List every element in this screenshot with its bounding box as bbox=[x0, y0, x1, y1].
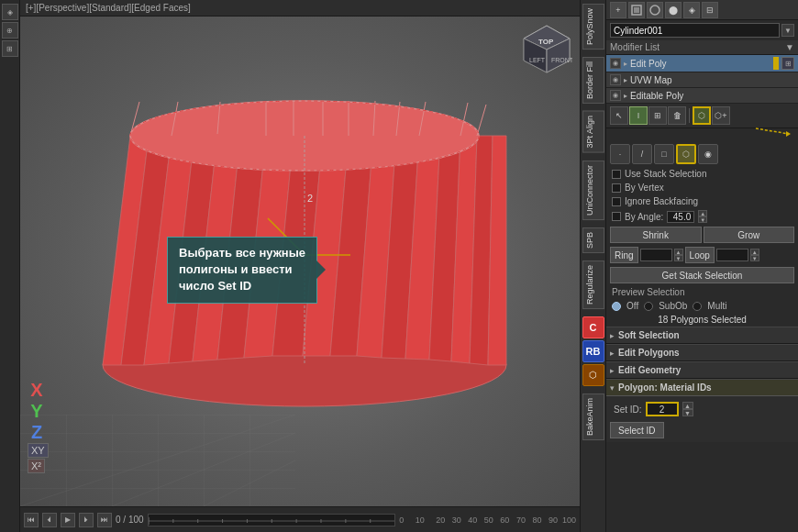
set-id-up[interactable]: ▲ bbox=[682, 402, 693, 409]
soft-sel-title: Soft Selection bbox=[618, 330, 680, 340]
loop-dn[interactable]: ▼ bbox=[750, 255, 759, 261]
modifier-eye-1[interactable]: ◉ bbox=[610, 58, 621, 69]
tool-move[interactable]: I bbox=[629, 106, 648, 125]
edit-geom-arrow: ▸ bbox=[610, 366, 615, 375]
ring-input[interactable] bbox=[640, 249, 672, 261]
svg-line-39 bbox=[477, 105, 486, 136]
callout-tooltip: Выбрать все нужные полигоны и ввести чис… bbox=[167, 237, 317, 304]
object-name-input[interactable] bbox=[610, 23, 780, 38]
plugin-icon-3[interactable]: ⬡ bbox=[582, 364, 604, 386]
toolbar-icon-plus[interactable]: + bbox=[610, 2, 626, 18]
sub-polygon[interactable]: ⬡ bbox=[676, 144, 696, 164]
svg-text:LEFT: LEFT bbox=[529, 57, 546, 63]
tool-extra1[interactable]: ⊞ bbox=[648, 106, 667, 125]
use-stack-checkbox[interactable] bbox=[612, 170, 621, 179]
axis-xy-btn[interactable]: XY bbox=[28, 443, 49, 458]
axis-x-label[interactable]: X bbox=[28, 380, 46, 400]
border-fill-btn[interactable]: Border Fill bbox=[582, 57, 604, 104]
soft-sel-arrow: ▸ bbox=[610, 331, 615, 340]
ring-btn[interactable]: Ring bbox=[610, 247, 638, 263]
viewport-area: [+][Perspective][Standard][Edged Faces] bbox=[20, 0, 580, 532]
object-name-btn[interactable]: ▼ bbox=[781, 24, 794, 37]
modifier-editable-poly[interactable]: ◉ ▸ Editable Poly bbox=[606, 88, 798, 104]
by-angle-up[interactable]: ▲ bbox=[698, 210, 707, 216]
left-tool-1[interactable]: ◈ bbox=[2, 4, 18, 20]
callout-line1: Выбрать все нужные bbox=[179, 245, 305, 261]
modifier-eye-3[interactable]: ◉ bbox=[610, 90, 621, 101]
sub-border[interactable]: □ bbox=[654, 144, 674, 164]
modifier-highlight-1 bbox=[773, 57, 779, 70]
plugin-icon-1[interactable]: C bbox=[582, 316, 604, 338]
edit-geometry-header[interactable]: ▸ Edit Geometry bbox=[606, 361, 798, 379]
viewport-canvas[interactable]: 2 TOP LEFT FRONT bbox=[20, 17, 580, 506]
toolbar-icon-5[interactable]: ⊟ bbox=[702, 2, 718, 18]
poly-mat-arrow: ▾ bbox=[610, 383, 615, 393]
timeline-ticks: 0 10 20 30 40 50 60 70 80 90 100 bbox=[399, 515, 576, 525]
loop-input[interactable] bbox=[716, 249, 748, 261]
set-id-input[interactable] bbox=[646, 402, 679, 416]
svg-marker-70 bbox=[786, 131, 791, 137]
left-tool-3[interactable]: ⊞ bbox=[2, 40, 18, 57]
object-name-row: ▼ bbox=[606, 20, 798, 40]
ignore-backfacing-checkbox[interactable] bbox=[612, 197, 621, 206]
tool-extra3[interactable]: ⬡+ bbox=[712, 106, 730, 125]
timeline-track[interactable] bbox=[148, 514, 396, 526]
callout-line2: полигоны и ввести bbox=[179, 261, 305, 278]
tool-extra2[interactable]: 🗑 bbox=[668, 106, 686, 125]
soft-selection-header[interactable]: ▸ Soft Selection bbox=[606, 327, 798, 344]
regularize-btn[interactable]: Regularize bbox=[582, 260, 604, 309]
by-angle-dn[interactable]: ▼ bbox=[698, 216, 707, 223]
toolbar-icon-1[interactable] bbox=[628, 2, 645, 18]
set-id-row: Set ID: ▲ ▼ bbox=[610, 400, 794, 418]
sub-edge[interactable]: / bbox=[632, 144, 652, 164]
modifier-edit-poly[interactable]: ◉ ▸ Edit Poly ⊞ bbox=[606, 55, 798, 72]
shrink-btn[interactable]: Shrink bbox=[610, 227, 702, 243]
timeline-play-btn[interactable]: ▶ bbox=[61, 513, 75, 527]
ignore-backfacing-row: Ignore Backfacing bbox=[606, 194, 798, 208]
ignore-backfacing-label: Ignore Backfacing bbox=[625, 196, 698, 206]
tool-polygon[interactable]: ⬡ bbox=[693, 106, 711, 125]
modifier-uvw-map[interactable]: ◉ ▸ UVW Map bbox=[606, 72, 798, 88]
radio-multi[interactable] bbox=[693, 302, 702, 311]
sub-vertex[interactable]: · bbox=[610, 144, 630, 164]
uni-connector-btn[interactable]: UniConnector bbox=[582, 161, 604, 220]
tool-cursor[interactable]: ↖ bbox=[610, 106, 628, 125]
axis-xp-btn[interactable]: X² bbox=[28, 459, 45, 473]
modifier-options-1[interactable]: ⊞ bbox=[781, 57, 794, 70]
toolbar-icon-2[interactable] bbox=[647, 2, 663, 18]
grow-btn[interactable]: Grow bbox=[704, 227, 795, 243]
by-angle-row: By Angle: 45.0 ▲ ▼ bbox=[606, 208, 798, 225]
radio-off[interactable] bbox=[612, 302, 621, 311]
by-vertex-checkbox[interactable] bbox=[612, 183, 621, 193]
spb-btn[interactable]: SPB bbox=[582, 227, 604, 253]
get-stack-btn[interactable]: Get Stack Selection bbox=[610, 267, 794, 283]
loop-btn[interactable]: Loop bbox=[685, 247, 715, 263]
loop-up[interactable]: ▲ bbox=[750, 249, 759, 255]
edit-polygons-header[interactable]: ▸ Edit Polygons bbox=[606, 344, 798, 361]
pt-align-btn[interactable]: 3Pt Align bbox=[582, 111, 604, 153]
toolbar-icon-3[interactable]: ⬤ bbox=[665, 2, 682, 18]
left-tool-2[interactable]: ⊕ bbox=[2, 22, 18, 39]
nav-cube[interactable]: TOP LEFT FRONT bbox=[522, 24, 572, 74]
polygon-material-ids-header[interactable]: ▾ Polygon: Material IDs bbox=[606, 379, 798, 396]
axis-z-label[interactable]: Z bbox=[28, 422, 46, 442]
viewport-header: [+][Perspective][Standard][Edged Faces] bbox=[20, 0, 580, 17]
ring-up[interactable]: ▲ bbox=[674, 249, 683, 255]
modifier-eye-2[interactable]: ◉ bbox=[610, 74, 621, 85]
timeline-next-btn[interactable]: ⏵ bbox=[79, 513, 94, 527]
select-id-btn[interactable]: Select ID bbox=[610, 422, 664, 438]
timeline-end-btn[interactable]: ⏭ bbox=[97, 513, 112, 527]
plugin-icon-2[interactable]: RB bbox=[582, 340, 604, 362]
ring-dn[interactable]: ▼ bbox=[674, 255, 683, 261]
axis-y-label[interactable]: Y bbox=[28, 401, 46, 421]
toolbar-icon-4[interactable]: ◈ bbox=[683, 2, 700, 18]
set-id-dn[interactable]: ▼ bbox=[682, 409, 693, 416]
timeline-start-btn[interactable]: ⏮ bbox=[24, 513, 39, 527]
sub-element[interactable]: ◉ bbox=[698, 144, 718, 164]
by-angle-checkbox[interactable] bbox=[612, 212, 621, 221]
timeline-prev-btn[interactable]: ⏴ bbox=[42, 513, 57, 527]
bake-anim-btn[interactable]: BakeAnim bbox=[582, 393, 604, 440]
polysnow-btn[interactable]: PolySnow bbox=[582, 4, 604, 50]
sub-element-row: · / □ ⬡ ◉ bbox=[606, 141, 798, 167]
radio-subob[interactable] bbox=[644, 302, 653, 311]
